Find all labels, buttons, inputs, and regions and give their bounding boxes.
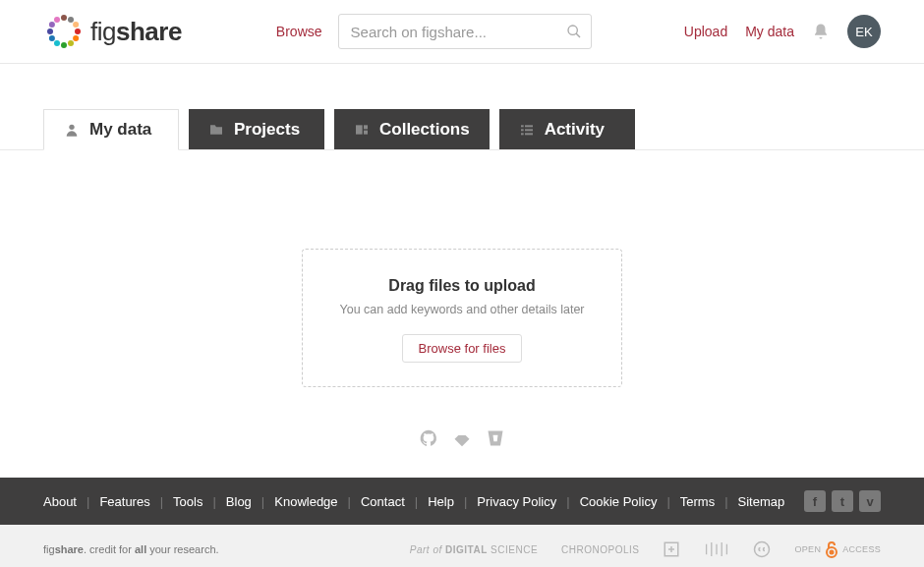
header: figshare Browse Upload My data EK [0,0,924,64]
partner-badge-2-icon[interactable] [704,540,729,558]
collection-icon [354,122,370,138]
open-access-logo[interactable]: OPEN ACCESS [794,540,881,558]
drop-subtitle: You can add keywords and other details l… [322,303,602,316]
tagline: figshare. credit for all your research. [43,543,219,555]
tabs: My data Projects Collections Activity [0,64,924,150]
footer-link-help[interactable]: Help [428,494,454,509]
svg-rect-16 [364,125,368,129]
tab-activity[interactable]: Activity [499,109,635,149]
chronopolis-logo[interactable]: CHRONOPOLIS [561,544,639,555]
svg-point-12 [568,26,577,34]
person-icon [64,122,80,138]
drop-title: Drag files to upload [322,277,602,295]
svg-rect-20 [521,129,524,131]
tab-projects[interactable]: Projects [189,109,324,149]
svg-rect-22 [521,133,524,135]
tab-label: My data [89,120,151,140]
svg-point-14 [69,125,74,130]
footer-link-cookie[interactable]: Cookie Policy [580,494,658,509]
cc-icon[interactable] [753,540,771,558]
footer-link-contact[interactable]: Contact [361,494,405,509]
svg-rect-15 [356,125,363,134]
main: Drag files to upload You can add keyword… [0,150,924,478]
gitlab-icon[interactable] [452,428,472,448]
logo-swirl-icon [43,11,85,52]
svg-rect-23 [525,133,533,135]
tab-collections[interactable]: Collections [334,109,490,149]
footer-social: f t v [804,490,881,512]
footer-link-blog[interactable]: Blog [226,494,252,509]
bell-icon[interactable] [812,23,830,40]
svg-point-4 [54,40,60,46]
header-right: Upload My data EK [684,15,881,48]
mydata-link[interactable]: My data [745,24,794,39]
twitter-icon[interactable]: t [832,490,853,512]
logo-text: figshare [90,17,182,47]
svg-point-6 [47,28,53,34]
vimeo-icon[interactable]: v [859,490,881,512]
svg-rect-19 [525,125,533,127]
svg-point-27 [831,551,834,554]
dropzone[interactable]: Drag files to upload You can add keyword… [302,249,622,387]
svg-point-1 [73,35,79,41]
footer-link-privacy[interactable]: Privacy Policy [477,494,556,509]
folder-icon [208,122,224,138]
github-icon[interactable] [419,428,438,448]
provider-icons [419,428,505,448]
footer-bottom: figshare. credit for all your research. … [0,525,924,567]
open-access-icon [825,540,838,558]
svg-rect-17 [364,130,368,134]
browse-files-button[interactable]: Browse for files [402,334,523,363]
svg-line-13 [576,33,580,37]
partner-badge-1-icon[interactable] [663,540,680,558]
svg-point-9 [61,15,67,21]
tab-label: Collections [379,120,470,140]
logo[interactable]: figshare [43,11,182,52]
tab-label: Activity [545,120,605,140]
footer-link-terms[interactable]: Terms [680,494,715,509]
digital-science-logo[interactable]: Part of DIGITAL SCIENCE [410,544,538,555]
footer-link-knowledge[interactable]: Knowledge [274,494,337,509]
footer-link-tools[interactable]: Tools [173,494,202,509]
svg-point-10 [68,17,74,23]
footer-links: About| Features| Tools| Blog| Knowledge|… [0,478,924,525]
search-wrap [338,14,592,49]
footer-link-features[interactable]: Features [99,494,149,509]
tab-my-data[interactable]: My data [43,109,179,150]
svg-rect-21 [525,129,533,131]
svg-point-3 [61,42,67,48]
svg-point-0 [75,28,81,34]
search-icon [566,24,582,39]
list-icon [519,122,535,138]
footer-link-sitemap[interactable]: Sitemap [738,494,785,509]
svg-rect-18 [521,125,524,127]
svg-point-7 [49,22,55,28]
svg-point-25 [755,542,770,557]
tab-label: Projects [234,120,300,140]
partner-logos: Part of DIGITAL SCIENCE CHRONOPOLIS OPEN… [410,540,881,558]
avatar[interactable]: EK [847,15,881,48]
facebook-icon[interactable]: f [804,490,826,512]
svg-point-2 [68,40,74,46]
svg-point-5 [49,35,55,41]
svg-point-8 [54,17,60,23]
search-input[interactable] [338,14,592,49]
upload-link[interactable]: Upload [684,24,727,39]
svg-point-11 [73,22,79,28]
bitbucket-icon[interactable] [486,428,505,448]
browse-link[interactable]: Browse [276,24,322,39]
footer-link-about[interactable]: About [43,494,77,509]
